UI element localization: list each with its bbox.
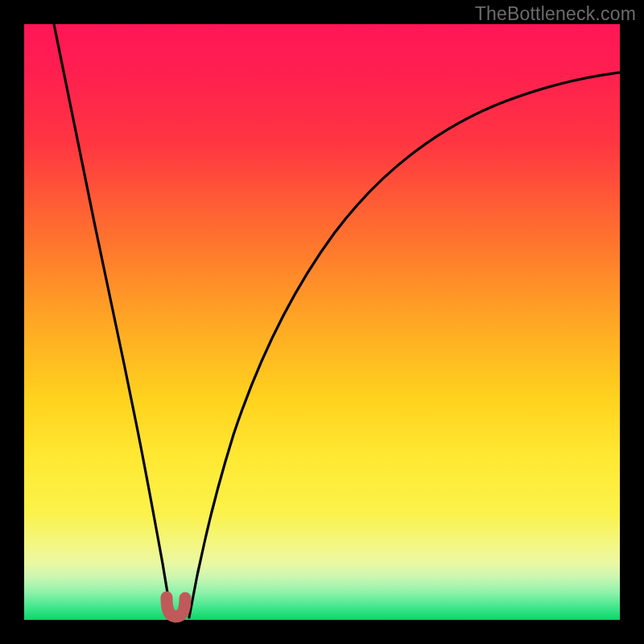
bottom-marker [167,597,185,617]
chart-frame: TheBottleneck.com [0,0,644,644]
left-curve [54,24,172,617]
plot-area [24,24,620,620]
right-curve [189,72,620,617]
chart-svg [24,24,620,620]
watermark-text: TheBottleneck.com [475,3,636,25]
